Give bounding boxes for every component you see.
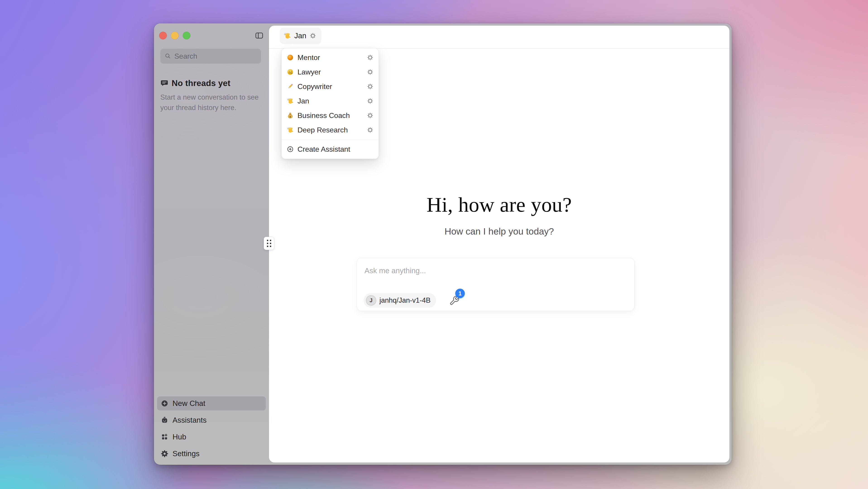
circle-plus-icon <box>161 400 168 407</box>
waving-hand-emoji-icon <box>287 97 294 104</box>
assistant-menu-item-mentor[interactable]: Mentor <box>282 50 378 65</box>
waving-hand-emoji-icon <box>287 126 294 133</box>
sidebar-item-assistants[interactable]: Assistants <box>157 413 266 427</box>
assistant-settings-gear-button[interactable] <box>367 54 374 61</box>
assistant-menu-label: Lawyer <box>298 68 367 76</box>
assistant-name: Jan <box>294 31 306 40</box>
create-assistant-label: Create Assistant <box>298 145 350 153</box>
hub-grid-icon <box>161 433 168 441</box>
chat-bubble-icon <box>160 79 168 87</box>
assistant-menu-item-copywriter[interactable]: Copywriter <box>282 79 378 94</box>
assistant-menu-label: Jan <box>298 97 367 105</box>
assistant-settings-gear-button[interactable] <box>367 83 374 90</box>
main-panel: Jan Mentor Lawyer Copywriter <box>269 26 730 462</box>
search-field <box>160 49 261 64</box>
greeting-title: Hi, how are you? <box>269 192 730 217</box>
sidebar-resize-handle[interactable] <box>264 237 274 250</box>
assistant-selector-pill[interactable]: Jan <box>280 28 321 44</box>
minimize-button[interactable] <box>171 32 179 39</box>
assistant-menu: Mentor Lawyer Copywriter Jan Business Co <box>281 48 379 159</box>
message-input[interactable] <box>365 267 614 275</box>
model-selector-pill[interactable]: J janhq/Jan-v1-4B <box>364 293 436 308</box>
app-window: No threads yet Start a new conversation … <box>154 23 732 465</box>
empty-state-line1: Start a new conversation to see <box>160 93 258 101</box>
sidebar-item-label: New Chat <box>173 399 205 408</box>
assistant-menu-label: Deep Research <box>298 126 367 134</box>
greeting: Hi, how are you? How can I help you toda… <box>269 192 730 237</box>
sidebar-item-new-chat[interactable]: New Chat <box>157 396 266 410</box>
greeting-subtitle: How can I help you today? <box>269 226 730 237</box>
pencil-emoji-icon <box>287 83 294 90</box>
create-assistant-button[interactable]: Create Assistant <box>282 142 378 156</box>
sidebar-nav: New Chat Assistants Hub Settings <box>157 396 266 463</box>
sidebar-item-label: Hub <box>173 433 186 441</box>
circle-plus-outline-icon <box>287 146 294 153</box>
assistant-settings-gear-button[interactable] <box>367 69 374 75</box>
sidebar-item-hub[interactable]: Hub <box>157 430 266 444</box>
orange-circle-emoji-icon <box>287 54 294 61</box>
assistant-menu-label: Mentor <box>298 54 367 62</box>
assistant-settings-gear-button[interactable] <box>367 112 374 119</box>
assistant-settings-gear-button[interactable] <box>367 98 374 104</box>
threads-empty-state: No threads yet Start a new conversation … <box>160 79 260 113</box>
sidebar-item-label: Settings <box>173 449 199 458</box>
empty-state-title: No threads yet <box>172 79 230 88</box>
assistant-menu-label: Business Coach <box>298 112 367 120</box>
assistant-menu-item-deep-research[interactable]: Deep Research <box>282 123 378 137</box>
sidebar: No threads yet Start a new conversation … <box>154 23 269 465</box>
titlebar: Jan <box>269 26 730 49</box>
model-avatar: J <box>366 295 376 306</box>
zoom-button[interactable] <box>183 32 190 39</box>
empty-state-line2: your thread history here. <box>160 104 236 112</box>
model-label: janhq/Jan-v1-4B <box>379 296 431 305</box>
assistant-menu-item-jan[interactable]: Jan <box>282 94 378 108</box>
composer: J janhq/Jan-v1-4B 1 <box>356 257 634 311</box>
assistant-menu-item-business-coach[interactable]: Business Coach <box>282 108 378 123</box>
sidebar-item-settings[interactable]: Settings <box>157 447 266 461</box>
assistant-menu-item-lawyer[interactable]: Lawyer <box>282 65 378 79</box>
gear-icon <box>161 450 168 458</box>
sidebar-toggle-button[interactable] <box>254 31 264 40</box>
money-bag-emoji-icon <box>287 112 294 119</box>
robot-icon <box>161 416 168 424</box>
window-controls <box>159 32 190 39</box>
waving-hand-emoji-icon <box>283 32 291 40</box>
sidebar-item-label: Assistants <box>173 416 207 425</box>
assistant-gear-icon[interactable] <box>309 32 316 39</box>
search-input[interactable] <box>174 52 270 60</box>
sidebar-toggle-icon <box>254 31 264 40</box>
assistant-settings-gear-button[interactable] <box>367 127 374 133</box>
search-icon <box>164 53 172 60</box>
close-button[interactable] <box>159 32 167 39</box>
assistant-menu-label: Copywriter <box>298 83 367 91</box>
tools-count-badge: 1 <box>455 288 465 298</box>
zipper-mouth-emoji-icon <box>287 68 294 75</box>
